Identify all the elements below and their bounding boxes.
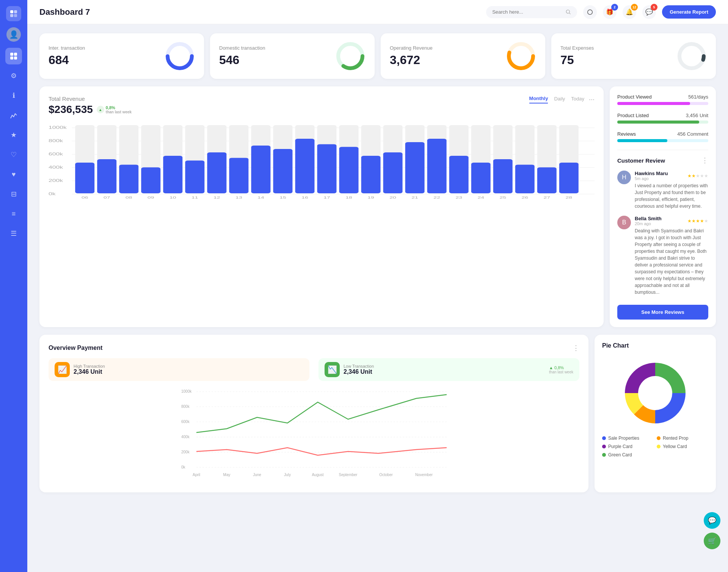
- svg-text:25: 25: [499, 196, 506, 199]
- sidebar-item-analytics[interactable]: [5, 107, 22, 124]
- stat-card-label-0: Inter. transaction: [49, 45, 85, 51]
- svg-text:19: 19: [367, 196, 374, 199]
- pie-chart-svg: [617, 355, 693, 431]
- svg-rect-0: [10, 10, 13, 13]
- svg-rect-1: [14, 10, 17, 13]
- tab-monthly[interactable]: Monthly: [529, 96, 548, 103]
- review-meta-1: Bella Smith 20m ago ★★★★★: [635, 216, 708, 226]
- svg-point-8: [566, 10, 570, 13]
- stat-card-label-3: Total Expenses: [560, 45, 594, 51]
- legend-item-0: Sale Properties: [602, 436, 654, 441]
- svg-text:August: August: [312, 473, 323, 477]
- gift-notification[interactable]: 🎁 2: [603, 5, 617, 19]
- product-value-2: 456 Comment: [677, 131, 708, 137]
- reviewer-avatar-1: B: [617, 216, 631, 229]
- cart-fab[interactable]: 🛒: [704, 533, 720, 549]
- sidebar-item-favorites[interactable]: ★: [5, 127, 22, 143]
- stat-card-2: Operating Revenue 3,672: [381, 33, 545, 79]
- generate-report-button[interactable]: Generate Report: [662, 5, 716, 19]
- legend-item-4: Green Card: [602, 452, 654, 458]
- overview-more-button[interactable]: ⋮: [573, 344, 579, 352]
- svg-text:October: October: [379, 473, 393, 477]
- svg-text:12: 12: [213, 196, 220, 199]
- svg-text:10: 10: [169, 196, 176, 199]
- svg-rect-52: [229, 158, 248, 193]
- svg-rect-70: [361, 156, 381, 193]
- legend-label-1: Rented Prop: [663, 436, 688, 441]
- revenue-title: Total Revenue: [49, 96, 132, 102]
- row2: Total Revenue $236,535 ▲ 0,8% than last …: [39, 86, 716, 327]
- pie-chart-title: Pie Chart: [602, 342, 708, 349]
- svg-text:20: 20: [389, 196, 396, 199]
- sidebar-item-dashboard[interactable]: [5, 48, 22, 64]
- pie-legend: Sale Properties Rented Prop Purple Card …: [602, 436, 708, 458]
- product-item-header-0: Product Viewed 561/days: [617, 94, 708, 100]
- svg-text:200k: 200k: [181, 450, 190, 454]
- sidebar-item-menu[interactable]: ≡: [5, 205, 22, 222]
- svg-rect-64: [317, 144, 337, 193]
- sidebar-item-likes[interactable]: ♡: [5, 146, 22, 163]
- see-more-reviews-button[interactable]: See More Reviews: [617, 305, 708, 320]
- page-title: Dashboard 7: [39, 7, 480, 17]
- app-logo[interactable]: [6, 6, 21, 21]
- product-value-0: 561/days: [688, 94, 708, 100]
- svg-rect-3: [14, 14, 17, 17]
- reviewer-name-1: Bella Smith: [635, 216, 662, 221]
- product-item-header-2: Reviews 456 Comment: [617, 131, 708, 137]
- svg-text:600k: 600k: [49, 152, 63, 156]
- content-area: Inter. transaction 684 Domestic transact…: [27, 24, 728, 572]
- revenue-more-button[interactable]: ···: [589, 96, 595, 103]
- high-transaction-value: 2,346 Unit: [74, 368, 105, 375]
- header: Dashboard 7 🎁 2 🔔 12 💬: [27, 0, 728, 24]
- legend-item-3: Yellow Card: [657, 444, 708, 449]
- sidebar-item-wishlist[interactable]: ♥: [5, 166, 22, 183]
- overview-card-header: Overview Payment ⋮: [49, 344, 579, 352]
- progress-fill-2: [617, 139, 667, 142]
- user-avatar[interactable]: 👤: [6, 27, 21, 42]
- overview-stats-row: 📈 High Transaction 2,346 Unit 📉 Low Tran…: [49, 358, 579, 381]
- support-fab[interactable]: 💬: [704, 512, 720, 529]
- low-transaction-label: Low Transaction: [344, 364, 374, 368]
- review-more-button[interactable]: ⋮: [701, 156, 708, 165]
- svg-text:21: 21: [411, 196, 418, 199]
- svg-text:08: 08: [126, 196, 132, 199]
- moon-icon: [587, 9, 593, 16]
- low-line: [196, 448, 447, 455]
- progress-fill-0: [617, 102, 690, 105]
- svg-text:400k: 400k: [181, 435, 190, 439]
- tab-daily[interactable]: Daily: [554, 96, 565, 103]
- stat-card-info-0: Inter. transaction 684: [49, 45, 85, 67]
- svg-rect-79: [427, 139, 447, 193]
- product-name-0: Product Viewed: [617, 94, 652, 100]
- chat-notification[interactable]: 💬 5: [642, 5, 656, 19]
- pie-chart-card: Pie Chart: [595, 335, 716, 492]
- search-input[interactable]: [492, 9, 563, 15]
- bell-notification[interactable]: 🔔 12: [623, 5, 636, 19]
- sidebar-item-list[interactable]: ☰: [5, 225, 22, 242]
- overview-payment-card: Overview Payment ⋮ 📈 High Transaction 2,…: [39, 335, 588, 492]
- svg-rect-7: [14, 56, 17, 60]
- stat-donut-3: [676, 41, 707, 71]
- svg-text:April: April: [193, 473, 200, 477]
- legend-dot-0: [602, 436, 606, 440]
- product-value-1: 3,456 Unit: [686, 113, 708, 118]
- sidebar-item-settings[interactable]: ⚙: [5, 67, 22, 84]
- product-name-1: Product Listed: [617, 113, 649, 118]
- sidebar: 👤 ⚙ ℹ ★ ♡ ♥ ⊟ ≡ ☰: [0, 0, 27, 572]
- legend-label-2: Purple Card: [608, 444, 632, 449]
- product-item-header-1: Product Listed 3,456 Unit: [617, 113, 708, 118]
- svg-text:0k: 0k: [49, 192, 56, 196]
- dark-mode-toggle[interactable]: [583, 5, 597, 19]
- review-content-1: Bella Smith 20m ago ★★★★★ Dealing with S…: [635, 216, 708, 296]
- product-item-2: Reviews 456 Comment: [617, 131, 708, 142]
- revenue-chart: 1000k 800k 600k 400k 200k 0k: [49, 123, 595, 208]
- search-icon: [566, 9, 571, 15]
- sidebar-item-info[interactable]: ℹ: [5, 87, 22, 104]
- low-transaction-icon: 📉: [325, 362, 340, 377]
- search-box[interactable]: [486, 6, 577, 18]
- tab-today[interactable]: Today: [571, 96, 584, 103]
- stat-card-value-2: 3,672: [390, 53, 433, 67]
- revenue-card: Total Revenue $236,535 ▲ 0,8% than last …: [39, 86, 604, 327]
- svg-text:28: 28: [566, 196, 573, 199]
- sidebar-item-print[interactable]: ⊟: [5, 186, 22, 202]
